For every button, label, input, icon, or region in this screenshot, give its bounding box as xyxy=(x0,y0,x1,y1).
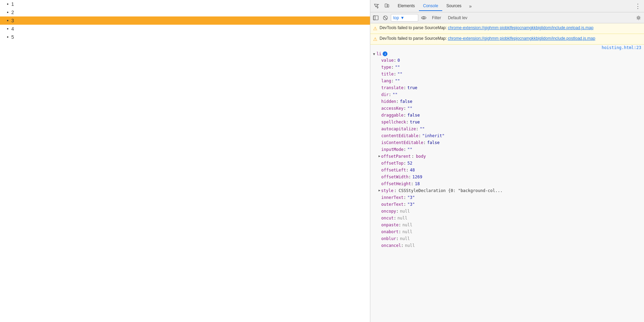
prop-offsetheight: offsetHeight: 18 xyxy=(370,180,644,187)
dropdown-arrow-icon: ▼ xyxy=(400,15,405,20)
prop-name-onabort: onabort xyxy=(381,229,399,235)
list-item-4-text: 4 xyxy=(11,25,14,32)
prop-name-offsettop: offsetTop xyxy=(381,160,404,166)
list-item-2-text: 2 xyxy=(11,9,14,16)
warning-prefix-1: DevTools failed to parse SourceMap: xyxy=(380,25,448,30)
list-item-5-text: 5 xyxy=(11,34,14,40)
prop-val-value: 0 xyxy=(397,57,400,63)
list-item-1: 1 xyxy=(0,0,370,8)
prop-val-oncancel: null xyxy=(405,242,415,249)
prop-val-contenteditable: "inherit" xyxy=(422,133,445,139)
tab-console[interactable]: Console xyxy=(419,1,442,11)
prop-val-oncut: null xyxy=(397,215,407,221)
prop-name-inputmode: inputMode xyxy=(381,146,404,153)
prop-val-accesskey: "" xyxy=(407,105,412,111)
clear-console-button[interactable] xyxy=(381,14,389,22)
expand-arrow-offsetparent-icon: ▶ xyxy=(379,154,380,159)
prop-name-style: style xyxy=(381,188,393,194)
prop-val-type: "" xyxy=(395,64,400,70)
prop-draggable: draggable: false xyxy=(370,112,644,119)
prop-name-offsetheight: offsetHeight xyxy=(381,181,411,187)
svg-rect-1 xyxy=(387,4,389,7)
prop-name-accesskey: accessKey xyxy=(381,105,404,111)
more-tabs-button[interactable]: » xyxy=(466,1,475,11)
file-location[interactable]: hoisting.html:23 xyxy=(370,45,644,51)
prop-val-onabort: null xyxy=(402,229,412,235)
info-icon: i xyxy=(383,51,387,56)
prop-type: type: "" xyxy=(370,64,644,71)
warning-message-2: ⚠ DevTools failed to parse SourceMap: ch… xyxy=(370,34,644,45)
prop-name-spellcheck: spellcheck xyxy=(381,119,406,125)
prop-val-style: CSSStyleDeclaration {0: "background-col.… xyxy=(399,188,503,194)
prop-name-onpaste: onpaste xyxy=(381,222,399,228)
warning-text-1: DevTools failed to parse SourceMap: chro… xyxy=(380,25,641,31)
prop-offsetleft: offsetLeft: 48 xyxy=(370,167,644,174)
tab-sources[interactable]: Sources xyxy=(442,1,466,11)
list-item-1-text: 1 xyxy=(11,1,14,8)
warning-link-1[interactable]: chrome-extension://gighmm piobklfepjocna… xyxy=(448,25,593,30)
prop-translate: translate: true xyxy=(370,84,644,91)
prop-oncut: oncut: null xyxy=(370,215,644,222)
prop-val-spellcheck: true xyxy=(410,119,420,125)
warning-prefix-2: DevTools failed to parse SourceMap: xyxy=(380,36,448,41)
prop-onblur: onblur: null xyxy=(370,235,644,242)
prop-outertext: outerText: "3" xyxy=(370,201,644,208)
prop-name-innertext: innerText xyxy=(381,194,404,201)
devtools-topbar: Elements Console Sources » ⋮ xyxy=(370,0,644,12)
prop-name-value: value xyxy=(381,57,394,63)
prop-val-offsetparent: body xyxy=(416,153,426,159)
prop-value: value: 0 xyxy=(370,57,644,64)
prop-hidden: hidden: false xyxy=(370,98,644,105)
prop-val-offsetwidth: 1269 xyxy=(412,174,422,180)
prop-contenteditable: contentEditable: "inherit" xyxy=(370,132,644,139)
tab-elements[interactable]: Elements xyxy=(394,1,419,11)
prop-style[interactable]: ▶ style: CSSStyleDeclaration {0: "backgr… xyxy=(370,187,644,194)
prop-val-offsetheight: 18 xyxy=(415,181,420,187)
console-top-section: ⚠ DevTools failed to parse SourceMap: ch… xyxy=(370,23,644,45)
default-levels-button[interactable]: Default lev xyxy=(445,14,470,22)
list-item-3-text: 3 xyxy=(11,17,14,24)
prop-val-onpaste: null xyxy=(402,222,412,228)
prop-val-hidden: false xyxy=(400,98,412,105)
prop-inputmode: inputMode: "" xyxy=(370,146,644,153)
prop-name-translate: translate xyxy=(381,85,404,91)
prop-name-title: title xyxy=(381,71,394,77)
prop-name-autocapitalize: autocapitalize xyxy=(381,126,416,132)
warning-link-2[interactable]: chrome-extension://gighmm piobklfepjocna… xyxy=(448,36,595,41)
show-console-sidebar-button[interactable] xyxy=(372,14,380,22)
prop-offsetparent[interactable]: ▶ offsetParent: body xyxy=(370,153,644,160)
list-container: 1 2 3 4 5 xyxy=(0,0,370,41)
expand-arrow-style-icon: ▶ xyxy=(379,188,380,193)
console-bottom-section: hoisting.html:23 ▼ li i value: 0 type: "… xyxy=(370,45,644,322)
prop-val-inputmode: "" xyxy=(407,146,412,153)
main-content: 1 2 3 4 5 xyxy=(0,0,370,322)
svg-rect-2 xyxy=(373,16,375,20)
list-item-4: 4 xyxy=(0,25,370,33)
prop-name-oncopy: oncopy xyxy=(381,208,396,214)
prop-oncancel: oncancel: null xyxy=(370,242,644,249)
devtools-menu-button[interactable]: ⋮ xyxy=(633,1,643,11)
warning-message-1: ⚠ DevTools failed to parse SourceMap: ch… xyxy=(370,23,644,34)
list-item-3: 3 xyxy=(0,16,370,25)
context-dropdown[interactable]: top ▼ xyxy=(391,14,418,22)
filter-button[interactable]: Filter xyxy=(429,14,444,22)
prop-offsettop: offsetTop: 52 xyxy=(370,160,644,167)
prop-name-hidden: hidden xyxy=(381,98,396,105)
prop-name-offsetleft: offsetLeft xyxy=(381,167,406,173)
eye-button[interactable] xyxy=(420,14,428,22)
prop-name-lang: lang xyxy=(381,78,391,84)
prop-val-dir: "" xyxy=(393,92,397,98)
prop-dir: dir: "" xyxy=(370,91,644,98)
prop-name-dir: dir xyxy=(381,92,389,98)
prop-accesskey: accessKey: "" xyxy=(370,105,644,112)
svg-rect-0 xyxy=(385,4,387,7)
inspect-element-button[interactable] xyxy=(372,1,381,11)
prop-val-translate: true xyxy=(407,85,417,91)
prop-title: title: "" xyxy=(370,71,644,77)
prop-val-lang: "" xyxy=(395,78,400,84)
settings-button[interactable] xyxy=(634,14,643,22)
device-toolbar-button[interactable] xyxy=(382,1,392,11)
prop-name-draggable: draggable xyxy=(381,112,404,118)
prop-autocapitalize: autocapitalize: "" xyxy=(370,126,644,132)
devtools-tabs: Elements Console Sources » xyxy=(394,1,632,11)
